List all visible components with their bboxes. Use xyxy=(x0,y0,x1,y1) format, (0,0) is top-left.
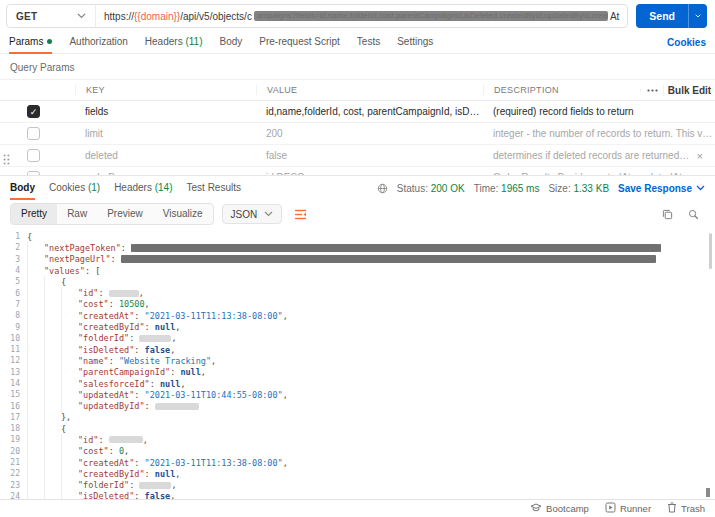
param-description[interactable]: determines if deleted records are return… xyxy=(483,150,715,162)
param-row-deleted: deletedfalsedetermines if deleted record… xyxy=(0,145,715,167)
view-tab-visualize[interactable]: Visualize xyxy=(153,204,213,224)
response-body-editor[interactable]: 1{2"nextPageToken": 3"nextPageUrl": 4"va… xyxy=(0,228,715,507)
beautify-button[interactable] xyxy=(290,204,310,224)
indent-guide xyxy=(44,321,61,332)
line-number: 4 xyxy=(0,266,20,275)
cookies-link[interactable]: Cookies xyxy=(667,37,706,48)
line-number: 23 xyxy=(0,481,20,490)
view-tab-raw[interactable]: Raw xyxy=(57,204,97,224)
footer-item-label: Bootcamp xyxy=(546,503,589,514)
param-row-limit: limit200integer - the number of records … xyxy=(0,123,715,145)
code-line: 2"nextPageToken": xyxy=(0,242,715,253)
indent-guide xyxy=(61,389,78,400)
param-key[interactable]: limit xyxy=(75,128,256,139)
token-p: , xyxy=(201,367,206,377)
code-text: }, xyxy=(27,412,71,423)
token-p: , xyxy=(211,356,216,366)
token-b: null xyxy=(155,322,175,332)
param-description[interactable]: integer - the number of records to retur… xyxy=(483,128,715,139)
runner-icon xyxy=(605,502,616,515)
response-meta: Status: 200 OK Time: 1965 ms Size: 1.33 … xyxy=(377,183,705,194)
param-description-text: Order Results By: id, createdAt, updated… xyxy=(493,172,715,175)
param-checkbox[interactable] xyxy=(27,171,40,175)
token-p: : xyxy=(145,469,155,479)
token-p: , xyxy=(180,379,185,389)
chevron-down-icon xyxy=(695,13,701,19)
tab-settings[interactable]: Settings xyxy=(397,32,433,53)
code-text: "createdAt": "2021-03-11T11:13:38-08:00"… xyxy=(27,457,288,468)
search-button[interactable] xyxy=(688,209,699,220)
scrollbar-nub[interactable] xyxy=(706,488,710,497)
view-tab-preview[interactable]: Preview xyxy=(97,204,153,224)
view-mode-segmented-control: PrettyRawPreviewVisualize xyxy=(10,203,214,225)
param-value[interactable]: id DESC xyxy=(256,172,483,175)
postman-request-view: GET https://{{domain}}/api/v5/objects/ca… xyxy=(0,0,715,517)
redacted-value xyxy=(139,335,171,342)
language-select[interactable]: JSON xyxy=(222,204,283,224)
request-tabs-row: ParamsAuthorizationHeaders (11)BodyPre-r… xyxy=(0,32,715,54)
params-options-button[interactable] xyxy=(640,89,663,92)
indent-guide xyxy=(61,344,78,355)
token-p: , xyxy=(171,480,176,490)
token-k: "createdAt" xyxy=(78,311,134,321)
method-url-container: GET https://{{domain}}/api/v5/objects/ca… xyxy=(6,4,628,28)
param-checkbox[interactable]: ✓ xyxy=(27,105,40,118)
bulk-edit-button[interactable]: Bulk Edit xyxy=(663,85,715,96)
tab-label: Authorization xyxy=(69,36,127,47)
close-icon[interactable]: × xyxy=(691,150,715,162)
tab-body[interactable]: Body xyxy=(219,32,242,53)
response-tab-headers[interactable]: Headers (14) xyxy=(114,176,172,200)
method-select[interactable]: GET xyxy=(7,5,96,27)
param-key[interactable]: deleted xyxy=(75,150,256,161)
url-input[interactable]: https://{{domain}}/api/v5/objects/campai… xyxy=(96,5,627,27)
code-line: 4"values": [ xyxy=(0,265,715,276)
param-description[interactable]: (required) record fields to return xyxy=(483,106,715,117)
view-tab-pretty[interactable]: Pretty xyxy=(11,204,57,224)
status-value: 200 OK xyxy=(431,183,465,194)
token-p: : xyxy=(134,345,144,355)
copy-button[interactable] xyxy=(662,209,673,220)
response-tab-body[interactable]: Body xyxy=(10,176,35,200)
response-tab-cookies[interactable]: Cookies (1) xyxy=(49,176,100,200)
param-value[interactable]: id,name,folderId, cost, parentCampaignId… xyxy=(256,106,483,117)
param-key[interactable]: fields xyxy=(75,106,256,117)
send-button[interactable]: Send xyxy=(636,4,688,28)
send-options-button[interactable] xyxy=(688,4,707,28)
runner-button[interactable]: Runner xyxy=(605,502,651,515)
param-checkbox[interactable] xyxy=(27,149,40,162)
token-b: null xyxy=(155,469,175,479)
indent-guide xyxy=(27,254,44,265)
code-line: 7"cost": 10500, xyxy=(0,299,715,310)
drag-handle-icon[interactable] xyxy=(3,154,10,167)
indent-guide xyxy=(44,446,61,457)
tab-pre-request-script[interactable]: Pre-request Script xyxy=(259,32,340,53)
request-tabs: ParamsAuthorizationHeaders (11)BodyPre-r… xyxy=(9,32,450,53)
copy-icon xyxy=(662,209,673,220)
tab-params[interactable]: Params xyxy=(9,32,52,53)
param-key[interactable]: orderBy xyxy=(75,172,256,175)
indent-guide xyxy=(27,412,44,423)
trash-button[interactable]: Trash xyxy=(667,502,705,515)
scrollbar-thumb[interactable] xyxy=(709,233,712,269)
param-value[interactable]: 200 xyxy=(256,128,483,139)
tab-authorization[interactable]: Authorization xyxy=(69,32,127,53)
chevron-down-icon xyxy=(77,13,86,19)
param-value[interactable]: false xyxy=(256,150,483,161)
code-line: 8"createdAt": "2021-03-11T11:13:38-08:00… xyxy=(0,310,715,321)
line-number: 17 xyxy=(0,413,20,422)
token-p: , xyxy=(124,446,129,456)
size-value: 1.33 KB xyxy=(573,183,609,194)
tab-label: Cookies xyxy=(49,182,85,193)
save-response-button[interactable]: Save Response xyxy=(618,183,705,194)
bootcamp-button[interactable]: Bootcamp xyxy=(530,503,589,515)
token-p: : xyxy=(145,401,155,411)
token-p: , xyxy=(283,390,288,400)
param-description[interactable]: Order Results By: id, createdAt, updated… xyxy=(483,172,715,175)
param-row-controls xyxy=(0,149,75,162)
token-p: : xyxy=(121,243,131,253)
tab-headers[interactable]: Headers (11) xyxy=(145,32,203,53)
param-checkbox[interactable] xyxy=(27,127,40,140)
param-row-controls xyxy=(0,171,75,175)
response-tab-test-results[interactable]: Test Results xyxy=(187,176,241,200)
tab-tests[interactable]: Tests xyxy=(357,32,380,53)
